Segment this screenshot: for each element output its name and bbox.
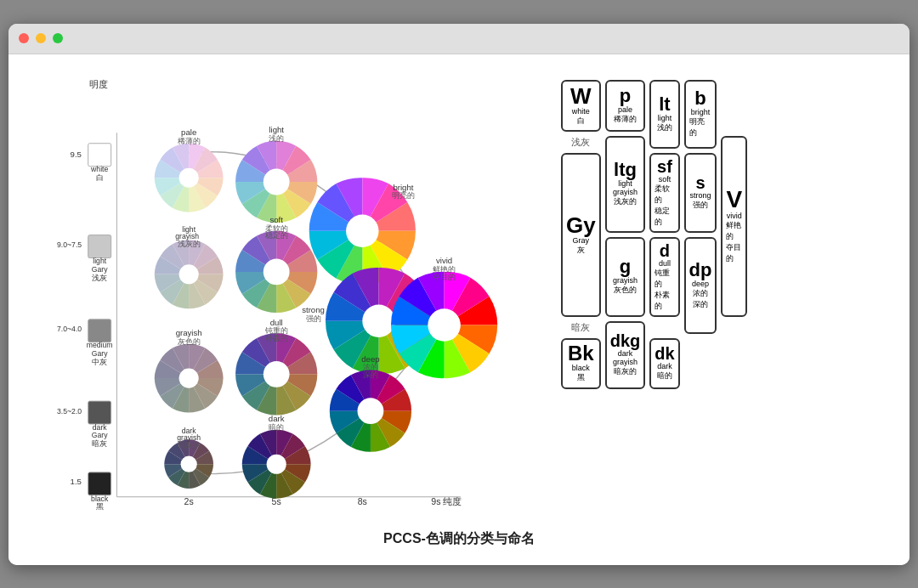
svg-text:light: light	[269, 125, 284, 134]
chart-svg: 明度 9.5 white 白 9.0~7.5 light Gary 浅灰 7.0…	[34, 71, 527, 513]
svg-text:1.5: 1.5	[71, 477, 82, 486]
svg-text:9.0~7.5: 9.0~7.5	[57, 240, 82, 249]
legend-w: W white 白	[561, 80, 601, 132]
svg-text:dark: dark	[93, 422, 108, 431]
svg-text:dull: dull	[270, 317, 283, 326]
legend-gy: Gy Gray 灰	[561, 153, 601, 317]
legend-dark-gray-label: 暗灰	[561, 321, 601, 334]
svg-text:灰色的: 灰色的	[178, 336, 201, 345]
svg-text:black: black	[91, 494, 109, 502]
svg-point-49	[264, 258, 290, 285]
svg-text:强的: 强的	[306, 314, 321, 322]
svg-text:soft: soft	[269, 215, 283, 224]
svg-text:bright: bright	[393, 182, 413, 191]
svg-text:Gary: Gary	[92, 349, 108, 358]
legend-dkg: dkg dark grayish 暗灰的	[605, 321, 646, 389]
content: 明度 9.5 white 白 9.0~7.5 light Gary 浅灰 7.0…	[8, 54, 910, 565]
minimize-button[interactable]	[36, 33, 46, 43]
legend-empty1	[721, 80, 747, 132]
svg-text:暗灰的: 暗灰的	[178, 440, 201, 449]
legend-g: g grayish 灰色的	[605, 237, 646, 317]
svg-point-57	[267, 454, 286, 473]
svg-text:深的: 深的	[363, 370, 378, 379]
svg-point-70	[428, 308, 461, 342]
svg-text:9.5: 9.5	[71, 150, 82, 159]
svg-text:浅灰的: 浅灰的	[178, 240, 201, 248]
svg-text:7.0~4.0: 7.0~4.0	[57, 325, 82, 333]
svg-text:黑: 黑	[96, 502, 104, 511]
legend-lt: lt light 浅的	[649, 80, 679, 149]
svg-text:strong: strong	[302, 305, 325, 314]
legend-p: p pale 稀薄的	[605, 80, 646, 132]
legend-dk: dk dark 暗的	[649, 338, 679, 389]
svg-text:暗灰: 暗灰	[92, 439, 107, 448]
legend-area: W white 白 p pale 稀薄的 lt light 浅的	[561, 71, 884, 517]
svg-text:暗的: 暗的	[269, 422, 284, 431]
legend-light-gray-label: 浅灰	[561, 136, 601, 149]
svg-text:浅灰: 浅灰	[92, 273, 107, 281]
svg-text:deep: deep	[361, 353, 379, 363]
close-button[interactable]	[19, 33, 29, 43]
svg-text:vivid: vivid	[436, 256, 452, 265]
svg-point-42	[181, 455, 197, 472]
svg-text:3.5~2.0: 3.5~2.0	[57, 406, 82, 415]
legend-v: V vivid 鲜艳的 夺目的	[721, 136, 747, 317]
svg-text:稳定的: 稳定的	[265, 231, 288, 240]
svg-text:white: white	[90, 165, 108, 173]
svg-text:medium: medium	[87, 341, 113, 349]
svg-point-35	[179, 264, 199, 284]
svg-point-46	[264, 168, 290, 195]
legend-s: s strong 强的	[684, 153, 717, 233]
svg-rect-2	[88, 143, 111, 166]
svg-text:2s: 2s	[184, 496, 194, 506]
svg-point-60	[346, 214, 379, 247]
svg-text:Gary: Gary	[92, 264, 108, 273]
svg-text:Gary: Gary	[92, 431, 108, 439]
svg-rect-21	[88, 472, 111, 495]
svg-text:朴素的: 朴素的	[264, 333, 288, 342]
maximize-button[interactable]	[53, 33, 63, 43]
svg-text:pale: pale	[181, 127, 196, 137]
legend-b: b bright 明亮的	[684, 80, 717, 149]
legend-ltg: ltg light grayish 浅灰的	[605, 136, 646, 233]
legend-sf: sf soft 柔软的 稳定的	[649, 153, 679, 233]
svg-text:白: 白	[96, 173, 104, 182]
svg-text:明度: 明度	[89, 79, 108, 89]
svg-text:夺目的: 夺目的	[433, 272, 456, 280]
svg-text:9s: 9s	[431, 496, 440, 506]
svg-text:浅的: 浅的	[269, 133, 284, 142]
legend-d: d dull 钝重的 朴素的	[649, 237, 679, 317]
svg-point-39	[179, 368, 199, 387]
svg-text:8s: 8s	[358, 496, 367, 506]
svg-rect-16	[88, 401, 111, 424]
svg-point-53	[264, 360, 290, 387]
legend-bk: Bk black 黑	[561, 338, 601, 389]
svg-text:明亮的: 明亮的	[392, 191, 415, 200]
chart-area: 明度 9.5 white 白 9.0~7.5 light Gary 浅灰 7.0…	[34, 71, 544, 517]
window: 明度 9.5 white 白 9.0~7.5 light Gary 浅灰 7.0…	[8, 24, 910, 565]
svg-text:dark: dark	[269, 414, 285, 423]
svg-rect-6	[88, 235, 111, 257]
main-area: 明度 9.5 white 白 9.0~7.5 light Gary 浅灰 7.0…	[34, 71, 884, 517]
svg-point-66	[358, 398, 384, 424]
titlebar	[8, 24, 910, 54]
svg-rect-11	[88, 319, 111, 342]
svg-text:纯度: 纯度	[443, 496, 462, 506]
svg-point-63	[362, 304, 395, 337]
svg-text:grayish: grayish	[176, 328, 202, 337]
svg-point-32	[179, 167, 199, 187]
page-title: PCCS-色调的分类与命名	[383, 530, 535, 548]
legend-dp: dp deep 浓的 深的	[684, 237, 717, 334]
svg-text:中灰: 中灰	[92, 357, 107, 365]
svg-text:light: light	[93, 257, 106, 265]
svg-text:稀薄的: 稀薄的	[178, 136, 201, 144]
